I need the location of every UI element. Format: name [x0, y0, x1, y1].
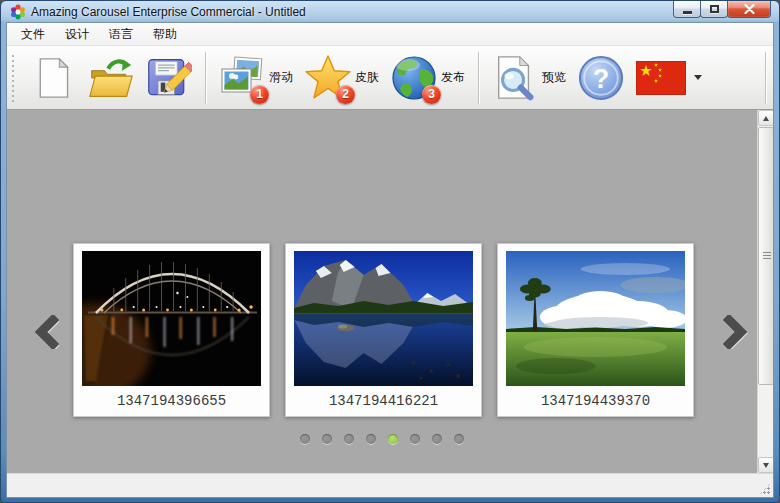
window-controls — [674, 1, 771, 18]
menu-language[interactable]: 语言 — [99, 23, 143, 46]
preview-button-label: 预览 — [542, 69, 566, 86]
help-button[interactable]: ? — [572, 50, 630, 106]
menubar: 文件 设计 语言 帮助 — [7, 23, 773, 46]
pagination-dot[interactable] — [366, 434, 376, 444]
toolbar-separator — [478, 52, 479, 104]
scroll-down-button[interactable] — [758, 457, 774, 473]
toolbar-separator — [205, 52, 206, 104]
window-body: 文件 设计 语言 帮助 — [6, 22, 774, 498]
open-folder-icon — [88, 55, 134, 101]
scrollbar-grip-icon — [763, 252, 771, 260]
minimize-button[interactable] — [673, 1, 701, 18]
window-title: Amazing Carousel Enterprise Commercial -… — [31, 5, 306, 19]
maximize-button[interactable] — [700, 1, 728, 18]
new-document-icon — [33, 55, 73, 101]
skin-step-badge: 2 — [336, 85, 355, 104]
titlebar[interactable]: Amazing Carousel Enterprise Commercial -… — [6, 1, 774, 22]
skin-button[interactable]: 2 皮肤 — [299, 50, 385, 106]
carousel-slide[interactable]: 1347194396655 — [73, 243, 270, 417]
new-project-button[interactable] — [24, 50, 82, 106]
publish-step-badge: 3 — [422, 85, 441, 104]
publish-button-label: 发布 — [441, 69, 465, 86]
slide-caption: 1347194396655 — [82, 386, 261, 417]
pagination-dot-active[interactable] — [388, 434, 398, 444]
close-icon — [744, 4, 755, 14]
pagination-dot[interactable] — [322, 434, 332, 444]
resize-grip[interactable] — [759, 483, 771, 495]
toolbar-gripper — [11, 54, 16, 102]
main-area: 1347194396655 — [7, 110, 773, 473]
scroll-down-icon — [763, 463, 769, 468]
design-canvas: 1347194396655 — [7, 110, 757, 473]
slide-step-badge: 1 — [250, 85, 269, 104]
pagination-dot[interactable] — [454, 434, 464, 444]
close-button[interactable] — [727, 1, 771, 18]
menu-help[interactable]: 帮助 — [143, 23, 187, 46]
help-icon: ? — [578, 54, 624, 102]
preview-button[interactable]: 预览 — [486, 50, 572, 106]
save-icon — [146, 54, 192, 102]
china-flag-icon — [636, 61, 686, 95]
pagination-dots — [7, 434, 757, 444]
language-selector[interactable] — [630, 57, 708, 99]
slide-caption: 1347194439370 — [506, 386, 685, 417]
pagination-dot[interactable] — [410, 434, 420, 444]
open-project-button[interactable] — [82, 50, 140, 106]
app-logo-icon — [10, 4, 26, 20]
minimize-icon — [683, 11, 692, 14]
menu-file[interactable]: 文件 — [11, 23, 55, 46]
preview-icon — [492, 54, 538, 102]
save-project-button[interactable] — [140, 50, 198, 106]
menu-design[interactable]: 设计 — [55, 23, 99, 46]
vertical-scrollbar[interactable] — [757, 110, 773, 473]
green-field-photo — [506, 251, 685, 386]
night-bridge-photo — [82, 251, 261, 386]
app-window: Amazing Carousel Enterprise Commercial -… — [0, 0, 780, 503]
help-glyph: ? — [593, 63, 609, 93]
scroll-up-icon — [763, 116, 769, 121]
maximize-icon — [710, 5, 719, 13]
pagination-dot[interactable] — [432, 434, 442, 444]
mountain-lake-photo — [294, 251, 473, 386]
skin-button-label: 皮肤 — [355, 69, 379, 86]
publish-button[interactable]: 3 发布 — [385, 50, 471, 106]
scroll-up-button[interactable] — [758, 110, 774, 126]
slide-button[interactable]: 1 滑动 — [213, 50, 299, 106]
slide-caption: 1347194416221 — [294, 386, 473, 417]
toolbar: 1 滑动 2 皮肤 — [7, 46, 773, 110]
pagination-dot[interactable] — [300, 434, 310, 444]
carousel-next-arrow[interactable] — [723, 315, 749, 349]
language-dropdown-icon[interactable] — [694, 75, 702, 80]
toolbar-separator — [765, 52, 766, 104]
slide-button-label: 滑动 — [269, 69, 293, 86]
statusbar — [7, 473, 773, 497]
carousel-slide[interactable]: 1347194439370 — [497, 243, 694, 417]
carousel-prev-arrow[interactable] — [33, 315, 59, 349]
pagination-dot[interactable] — [344, 434, 354, 444]
scrollbar-thumb[interactable] — [758, 127, 774, 385]
carousel-slide[interactable]: 1347194416221 — [285, 243, 482, 417]
